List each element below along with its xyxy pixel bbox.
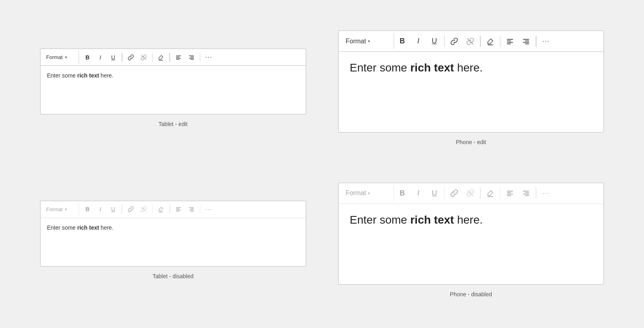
format-dropdown-phone-edit[interactable]: Format ▾ <box>342 33 394 49</box>
tablet-disabled-editor: Format ▾ B I U <box>40 201 306 267</box>
link-button-phone-disabled <box>447 185 462 201</box>
phone-edit-caption: Phone - edit <box>456 139 486 145</box>
quadrant-phone-disabled: Format ▾ B I U <box>322 164 620 316</box>
underline-button-phone-disabled: U <box>427 185 442 201</box>
phone-content-plain-disabled: Enter some <box>350 214 410 226</box>
phone-edit-toolbar: Format ▾ B I U <box>339 31 604 52</box>
align-right-button[interactable] <box>185 52 197 63</box>
link-button[interactable] <box>125 52 137 63</box>
phone-disabled-editor: Format ▾ B I U <box>338 183 604 285</box>
bold-button-phone-disabled: B <box>395 185 410 201</box>
underline-button-disabled: U <box>107 204 119 215</box>
phone-content-after: here. <box>454 61 483 74</box>
separator-2 <box>152 53 153 62</box>
align-right-button-phone-disabled <box>518 185 534 201</box>
tablet-edit-caption: Tablet - edit <box>158 121 187 127</box>
phone-content-bold-disabled: rich text <box>410 214 454 226</box>
format-dropdown-phone-disabled: Format ▾ <box>342 185 394 202</box>
unlink-button-disabled <box>138 204 150 215</box>
phone-disabled-toolbar: Format ▾ B I U <box>339 183 604 204</box>
highlight-button-phone[interactable] <box>483 34 498 49</box>
separator-3-disabled <box>169 205 170 214</box>
content-after-disabled: here. <box>99 224 114 231</box>
tablet-edit-toolbar: Format ▾ B I U <box>41 49 306 66</box>
tablet-disabled-content: Enter some rich text here. <box>41 218 306 266</box>
phone-content-bold: rich text <box>410 61 454 74</box>
align-left-button-phone-disabled <box>502 185 518 201</box>
link-button-phone[interactable] <box>447 34 462 49</box>
page-container: Format ▾ B I U <box>0 0 644 328</box>
phone-separator-4-disabled <box>536 187 536 199</box>
phone-separator-2 <box>480 36 481 47</box>
italic-button-phone-disabled: I <box>411 185 426 201</box>
underline-button-phone[interactable]: U <box>427 34 442 49</box>
phone-separator-4 <box>536 36 536 47</box>
content-bold-1: rich text <box>77 72 99 79</box>
phone-disabled-content: Enter some rich text here. <box>339 204 604 284</box>
quadrant-tablet-disabled: Format ▾ B I U <box>24 164 322 316</box>
separator-1-disabled <box>122 205 122 214</box>
more-button-phone[interactable]: ··· <box>538 34 554 49</box>
content-after-1: here. <box>99 72 114 79</box>
phone-separator-3-disabled <box>500 187 501 199</box>
phone-separator-2-disabled <box>480 187 481 199</box>
align-right-button-phone[interactable] <box>518 34 534 49</box>
separator-2-disabled <box>152 205 153 214</box>
separator-3 <box>169 53 170 62</box>
bold-button[interactable]: B <box>81 52 93 63</box>
unlink-button-phone[interactable] <box>463 34 478 49</box>
tablet-edit-editor: Format ▾ B I U <box>40 49 306 114</box>
tablet-disabled-caption: Tablet - disabled <box>152 273 193 279</box>
tablet-edit-content[interactable]: Enter some rich text here. <box>41 66 306 114</box>
content-plain-1: Enter some <box>47 72 77 79</box>
underline-button[interactable]: U <box>107 52 119 63</box>
align-left-button-disabled <box>173 204 185 215</box>
format-label: Format <box>46 54 63 60</box>
highlight-button-disabled <box>155 204 167 215</box>
separator-4 <box>200 53 201 62</box>
link-button-disabled <box>125 204 137 215</box>
chevron-down-icon-phone-disabled: ▾ <box>368 191 370 196</box>
content-bold-disabled: rich text <box>77 224 99 231</box>
italic-button-phone[interactable]: I <box>411 34 426 49</box>
phone-edit-content[interactable]: Enter some rich text here. <box>339 52 604 132</box>
quadrant-phone-edit: Format ▾ B I U <box>322 12 620 164</box>
phone-content-after-disabled: here. <box>454 214 483 226</box>
chevron-down-icon: ▾ <box>65 55 67 59</box>
content-plain-disabled: Enter some <box>47 224 77 231</box>
format-label-phone: Format <box>346 38 366 45</box>
format-dropdown-tablet-edit[interactable]: Format ▾ <box>43 51 79 64</box>
italic-button-disabled: I <box>94 204 106 215</box>
quadrant-tablet-edit: Format ▾ B I U <box>24 12 322 164</box>
highlight-button[interactable] <box>155 52 167 63</box>
bold-button-phone[interactable]: B <box>395 34 410 49</box>
separator-4-disabled <box>200 205 201 214</box>
align-left-button[interactable] <box>173 52 185 63</box>
unlink-button[interactable] <box>138 52 150 63</box>
highlight-button-phone-disabled <box>483 185 498 201</box>
unlink-button-phone-disabled <box>463 185 478 201</box>
tablet-disabled-toolbar: Format ▾ B I U <box>41 201 306 218</box>
chevron-down-icon-disabled: ▾ <box>65 207 67 212</box>
more-button-disabled: ··· <box>203 204 215 215</box>
phone-disabled-caption: Phone - disabled <box>450 291 492 297</box>
phone-separator-1-disabled <box>444 187 445 199</box>
phone-separator-1 <box>444 36 445 47</box>
chevron-down-icon-phone: ▾ <box>368 39 370 43</box>
italic-button[interactable]: I <box>94 52 106 63</box>
format-label-disabled: Format <box>46 206 63 212</box>
align-right-button-disabled <box>185 204 197 215</box>
format-dropdown-tablet-disabled: Format ▾ <box>43 203 79 216</box>
more-button[interactable]: ··· <box>203 52 215 63</box>
format-label-phone-disabled: Format <box>346 189 366 197</box>
align-left-button-phone[interactable] <box>502 34 518 49</box>
separator-1 <box>122 53 122 62</box>
bold-button-disabled: B <box>81 204 93 215</box>
phone-edit-editor: Format ▾ B I U <box>338 31 604 132</box>
more-button-phone-disabled: ··· <box>538 185 554 201</box>
phone-separator-3 <box>500 36 501 47</box>
phone-content-plain: Enter some <box>350 61 410 74</box>
